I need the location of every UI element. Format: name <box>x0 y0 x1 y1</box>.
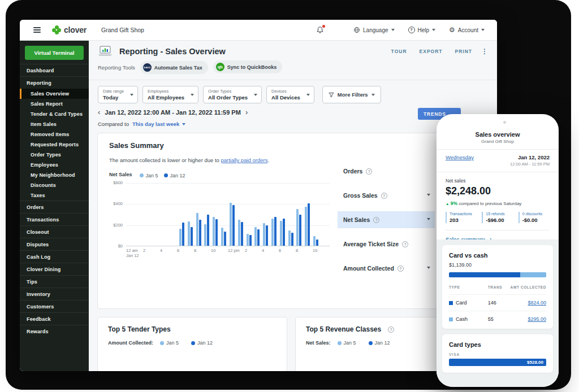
card-vs-cash-bar <box>449 272 546 277</box>
x-tick-label: 2 <box>245 248 262 253</box>
sidebar-item-order-types[interactable]: Order Types <box>20 150 89 160</box>
next-date-button[interactable]: › <box>245 109 248 116</box>
bar-jan-12 <box>283 219 285 246</box>
sidebar-item-tender-card-types[interactable]: Tender & Card Types <box>20 109 89 119</box>
help-label: Help <box>418 27 430 33</box>
sidebar-item-item-sales[interactable]: Item Sales <box>20 119 89 129</box>
help-icon[interactable]: ? <box>388 326 394 333</box>
merchant-name: Grand Gift Shop <box>101 27 144 33</box>
virtual-terminal-button[interactable]: Virtual Terminal <box>25 46 84 60</box>
phone-title: Sales overview <box>437 131 559 138</box>
up-arrow-icon: ▲ <box>446 202 449 206</box>
sidebar-item-inventory[interactable]: Inventory <box>20 288 89 300</box>
chart-y-axis: $600$400$200$0 <box>107 183 123 246</box>
sidebar-item-discounts[interactable]: Discounts <box>20 180 89 190</box>
metric-amount-collected[interactable]: Amount Collected? <box>338 260 435 277</box>
x-tick-label: 10 <box>211 248 228 253</box>
stat-15-refunds: 15 refunds-$96.00 <box>482 212 513 223</box>
sidebar-item-cash-log[interactable]: Cash Log <box>20 250 89 263</box>
sidebar-item-sales-overview[interactable]: Sales Overview <box>20 89 89 99</box>
sidebar-item-taxes[interactable]: Taxes <box>20 190 89 201</box>
chevron-down-icon <box>391 29 395 31</box>
filter-value: All Employees <box>148 94 184 101</box>
notifications-button[interactable] <box>316 26 324 34</box>
sidebar-item-reporting[interactable]: Reporting <box>20 76 89 89</box>
filter-date-range[interactable]: Date rangeToday <box>98 86 138 103</box>
date-range-label: Jan 12, 2022 12:00 AM - Jan 12, 2022 11:… <box>105 109 241 116</box>
metric-average-ticket-size[interactable]: Average Ticket Size? <box>338 236 435 252</box>
help-icon[interactable]: ? <box>373 217 379 223</box>
help-icon[interactable]: ? <box>366 168 372 175</box>
sidebar-item-orders[interactable]: Orders <box>20 201 89 213</box>
language-menu[interactable]: Language <box>353 27 395 33</box>
x-tick: 12 amJan 12 <box>126 248 143 258</box>
legend-dot <box>191 341 195 345</box>
language-label: Language <box>363 27 388 33</box>
sales-summary-note: The amount collected is lower or higher … <box>109 157 269 163</box>
phone-cards-section: Card vs cash $1,139.00 TYPETRANSAMT COLL… <box>437 239 559 387</box>
sync-to-quickbooks-pill[interactable]: qbSync to QuickBooks <box>213 60 283 73</box>
help-icon[interactable]: ? <box>402 241 408 247</box>
tender-type: Card <box>449 300 488 306</box>
sidebar-item-dashboard[interactable]: Dashboard <box>20 64 89 76</box>
bar-jan-12 <box>316 239 318 246</box>
chevron-down-icon <box>191 94 194 96</box>
chart-bar-group <box>287 230 295 246</box>
topbar: clover Grand Gift Shop Language ? Help <box>20 20 497 41</box>
sidebar-item-feedback[interactable]: Feedback <box>20 312 89 325</box>
legend-item-jan-12: Jan 12 <box>164 173 185 178</box>
sidebar-item-employees[interactable]: Employees <box>20 160 89 170</box>
weekday-link[interactable]: Wednesday <box>446 154 474 160</box>
stat-value: -$96.00 <box>486 217 513 223</box>
sidebar-item-rewards[interactable]: Rewards <box>20 325 89 337</box>
sidebar-item-transactions[interactable]: Transactions <box>20 213 89 225</box>
bar-jan-12 <box>299 215 301 246</box>
sidebar-item-tips[interactable]: Tips <box>20 275 89 288</box>
clover-logo[interactable]: clover <box>52 25 87 34</box>
sidebar-item-closeout[interactable]: Closeout <box>20 225 89 238</box>
chevron-down-icon[interactable] <box>427 218 430 220</box>
chart-plot-area <box>126 183 330 246</box>
tender-amount-link[interactable]: $295.00 <box>528 316 546 322</box>
filter-devices[interactable]: DevicesAll Devices <box>266 86 314 103</box>
export-button[interactable]: EXPORT <box>420 49 443 54</box>
stat-label: Transactions <box>450 212 477 216</box>
metric-orders[interactable]: Orders? <box>338 163 435 180</box>
chevron-down-icon[interactable] <box>427 267 430 269</box>
metric-net-sales[interactable]: Net Sales? <box>338 211 435 228</box>
partially-paid-orders-link[interactable]: partially paid orders <box>221 157 268 163</box>
help-icon: ? <box>408 27 415 33</box>
reporting-tools-pills: DAVOAutomate Sales TaxqbSync to QuickBoo… <box>135 60 282 74</box>
phone-time-range: 12:00 AM - 11:59 PM <box>510 162 550 167</box>
prev-date-button[interactable]: ‹ <box>98 109 100 116</box>
tender-amount-link[interactable]: $824.00 <box>528 300 546 306</box>
sidebar-item-requested-reports[interactable]: Requested Reports <box>20 140 89 150</box>
metric-gross-sales[interactable]: Gross Sales? <box>338 187 435 204</box>
hamburger-menu-icon[interactable] <box>33 27 41 33</box>
help-icon[interactable]: ? <box>381 193 387 199</box>
chart-bar-group <box>195 213 203 246</box>
filter-employees[interactable]: EmployeesAll Employees <box>142 86 198 103</box>
kebab-menu-icon[interactable]: ⋮ <box>481 47 488 55</box>
tour-button[interactable]: TOUR <box>391 49 407 54</box>
account-menu[interactable]: ⚙ Account <box>449 27 485 33</box>
bar-jan-12 <box>199 220 201 246</box>
sidebar-item-sales-report[interactable]: Sales Report <box>20 99 89 109</box>
x-tick-label: 4 <box>160 248 177 253</box>
bar-jan-12 <box>241 222 243 246</box>
sidebar-item-clover-dining[interactable]: Clover Dining <box>20 263 89 275</box>
help-menu[interactable]: ? Help <box>408 27 436 33</box>
sidebar-item-my-neighborhood[interactable]: My Neighborhood <box>20 170 89 180</box>
more-filters-button[interactable]: More Filters <box>322 86 381 103</box>
chevron-down-icon[interactable] <box>427 194 430 196</box>
sidebar-item-disputes[interactable]: Disputes <box>20 238 89 250</box>
automate-sales-tax-pill[interactable]: DAVOAutomate Sales Tax <box>140 61 208 74</box>
comparison-selector[interactable]: This day last week <box>132 121 185 127</box>
print-button[interactable]: PRINT <box>455 49 473 54</box>
sidebar-item-customers[interactable]: Customers <box>20 300 89 312</box>
filter-order-types[interactable]: Order TypesAll Order Types <box>203 86 262 103</box>
page-header: Reporting - Sales Overview TOUREXPORTPRI… <box>89 41 497 59</box>
help-icon[interactable]: ? <box>397 265 404 272</box>
y-tick: $0 <box>118 243 123 249</box>
sidebar-item-removed-items[interactable]: Removed Items <box>20 129 89 140</box>
